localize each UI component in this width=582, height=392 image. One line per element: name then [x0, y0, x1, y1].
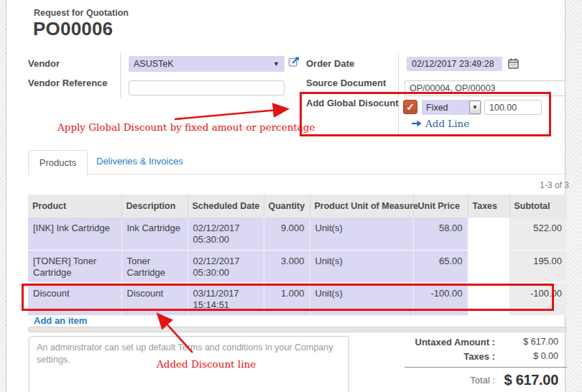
discount-type-select[interactable]: Fixed ▼	[422, 100, 481, 115]
col-description[interactable]: Description	[121, 195, 188, 218]
chevron-down-icon: ▼	[273, 60, 280, 67]
table-header-row: Product Description Scheduled Date Quant…	[28, 195, 567, 218]
arrow-right-icon	[412, 120, 422, 127]
section-separator	[28, 327, 567, 332]
annotation-note-discount-line: Added Discount line	[157, 358, 256, 370]
add-line-link[interactable]: Add Line	[412, 118, 469, 129]
cell-scheduled-date[interactable]: 02/12/2017 05:30:00	[188, 218, 264, 250]
order-date-value: 02/12/2017 23:49:28	[412, 59, 494, 69]
cell-uom[interactable]: Unit(s)	[310, 283, 413, 316]
cell-product[interactable]: [INK] Ink Cartridge	[28, 218, 121, 250]
table-row-discount[interactable]: Discount Discount 03/11/2017 15:14:51 1.…	[28, 283, 567, 316]
col-product[interactable]: Product	[28, 195, 121, 218]
cell-product[interactable]: Discount	[28, 283, 121, 316]
add-an-item-link[interactable]: Add an item	[34, 315, 87, 326]
cell-scheduled-date[interactable]: 02/12/2017 05:30:00	[188, 250, 264, 283]
cell-taxes[interactable]	[468, 250, 509, 283]
col-unit-price[interactable]: Unit Price	[413, 195, 468, 218]
form-sheet: Request for Quotation PO00006 Vendor ASU…	[6, 0, 565, 392]
cell-description[interactable]: Ink Cartridge	[121, 218, 188, 250]
table-row[interactable]: [TONER] Toner Cartridge Toner Cartridge …	[28, 250, 567, 283]
page: Request for Quotation PO00006 Vendor ASU…	[0, 0, 582, 392]
untaxed-amount-value: $ 617.00	[495, 337, 567, 347]
cell-quantity[interactable]: 1.000	[264, 283, 310, 316]
totals-block: Untaxed Amount : $ 617.00 Taxes : $ 0.00…	[351, 335, 567, 389]
col-uom[interactable]: Product Unit of Measure	[310, 195, 413, 218]
vendor-select[interactable]: ASUSTeK ▼	[129, 56, 285, 72]
taxes-value: $ 0.00	[495, 351, 567, 361]
cell-taxes[interactable]	[468, 283, 509, 316]
cell-product[interactable]: [TONER] Toner Cartridge	[28, 250, 121, 283]
tab-products[interactable]: Products	[28, 150, 88, 175]
document-number: PO00006	[33, 18, 113, 40]
external-link-icon[interactable]	[288, 55, 300, 70]
cell-quantity[interactable]: 3.000	[264, 250, 310, 283]
col-taxes[interactable]: Taxes	[468, 195, 509, 218]
order-date-label: Order Date	[306, 58, 354, 69]
global-discount-label: Add Global Disocunt	[306, 98, 399, 108]
order-date-field[interactable]: 02/12/2017 23:49:28	[407, 57, 502, 71]
table-row[interactable]: [INK] Ink Cartridge Ink Cartridge 02/12/…	[28, 218, 567, 250]
cell-unit-price[interactable]: 65.00	[413, 250, 468, 283]
global-discount-checkbox[interactable]: ✓	[403, 100, 417, 114]
total-label: Total :	[351, 375, 495, 386]
vendor-value: ASUSTeK	[134, 59, 174, 69]
add-line-label: Add Line	[425, 118, 469, 129]
calendar-icon[interactable]	[508, 58, 519, 72]
discount-type-value: Fixed	[422, 103, 448, 113]
order-lines-table: Product Description Scheduled Date Quant…	[28, 195, 567, 316]
cell-unit-price[interactable]: 58.00	[413, 218, 468, 250]
tab-products-label: Products	[40, 157, 76, 168]
source-document-label: Source Document	[306, 78, 386, 88]
totals-divider	[405, 367, 567, 368]
taxes-label: Taxes :	[351, 351, 495, 362]
document-type-title: Request for Quotation	[34, 8, 129, 18]
cell-quantity[interactable]: 9.000	[264, 218, 310, 250]
col-quantity[interactable]: Quantity	[264, 195, 310, 218]
cell-uom[interactable]: Unit(s)	[310, 250, 413, 283]
cell-subtotal: 195.00	[509, 250, 567, 283]
vendor-reference-input[interactable]	[129, 80, 285, 95]
left-group-divider	[120, 53, 121, 98]
pager[interactable]: 1-3 of 3	[438, 180, 569, 190]
cell-uom[interactable]: Unit(s)	[310, 218, 413, 250]
cell-unit-price[interactable]: -100.00	[413, 283, 468, 316]
col-scheduled-date[interactable]: Scheduled Date	[188, 195, 264, 218]
col-subtotal[interactable]: Subtotal	[509, 195, 567, 218]
vendor-reference-label: Vendor Reference	[28, 78, 108, 88]
discount-amount-input[interactable]	[484, 100, 542, 115]
right-group-divider	[398, 53, 399, 136]
cell-scheduled-date[interactable]: 03/11/2017 15:14:51	[188, 283, 264, 316]
chevron-down-icon: ▼	[469, 101, 481, 114]
tab-deliveries-invoices[interactable]: Deliveries & Invoices	[96, 156, 183, 167]
annotation-note-global-discount: Apply Global Discount by fixed amout or …	[57, 121, 315, 133]
cell-description[interactable]: Toner Cartridge	[121, 250, 188, 283]
cell-description[interactable]: Discount	[121, 283, 188, 316]
vendor-label: Vendor	[28, 58, 60, 69]
cell-subtotal: 522.00	[509, 218, 567, 250]
cell-taxes[interactable]	[468, 218, 509, 250]
untaxed-amount-label: Untaxed Amount :	[351, 337, 495, 347]
source-document-input[interactable]	[405, 80, 565, 96]
total-value: $ 617.00	[495, 372, 567, 388]
checkmark-icon: ✓	[406, 102, 415, 112]
cell-subtotal: -100.00	[509, 283, 567, 316]
